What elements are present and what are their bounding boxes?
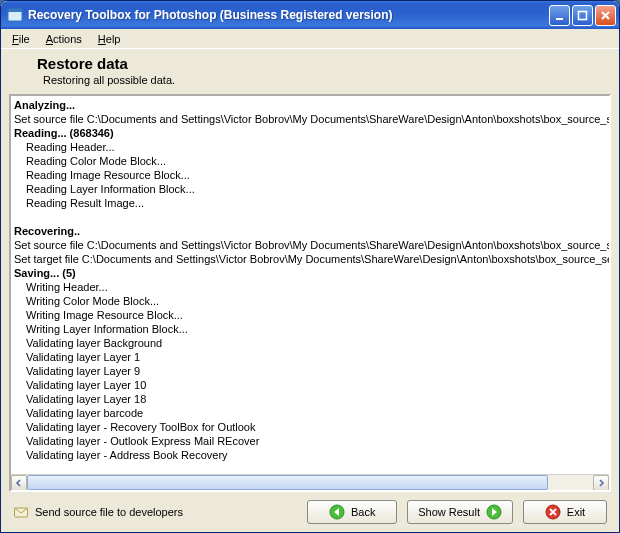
log-section-header: Reading... (868346) [14,126,606,140]
exit-label: Exit [567,506,585,518]
svg-rect-1 [8,9,22,12]
app-icon [7,7,23,23]
scroll-thumb[interactable] [27,475,548,490]
send-to-devs-label: Send source file to developers [35,506,183,518]
log-line: Validating layer - Recovery ToolBox for … [14,420,606,434]
log-box: Analyzing... Set source file C:\Document… [9,94,611,492]
back-button[interactable]: Back [307,500,397,524]
app-window: Recovery Toolbox for Photoshop (Business… [0,0,620,533]
maximize-button[interactable] [572,5,593,26]
log-line: Validating layer Layer 10 [14,378,606,392]
menubar: File Actions Help [1,29,619,49]
log-line: Writing Layer Information Block... [14,322,606,336]
menu-actions[interactable]: Actions [39,31,89,47]
scroll-track[interactable] [27,475,593,490]
log-line: Set target file C:\Documents and Setting… [14,252,606,266]
svg-rect-3 [579,11,587,19]
window-title: Recovery Toolbox for Photoshop (Business… [28,8,549,22]
log-section-header: Analyzing... [14,98,606,112]
show-result-button[interactable]: Show Result [407,500,513,524]
log-section-header: Saving... (5) [14,266,606,280]
exit-button[interactable]: Exit [523,500,607,524]
page-header: Restore data Restoring all possible data… [1,49,619,94]
arrow-left-icon [329,504,345,520]
footer-bar: Send source file to developers Back Show… [1,492,619,532]
horizontal-scrollbar[interactable] [11,474,609,490]
log-line: Validating layer Background [14,336,606,350]
log-container: Analyzing... Set source file C:\Document… [9,94,611,492]
log-section-header: Recovering.. [14,224,606,238]
arrow-right-icon [486,504,502,520]
log-text[interactable]: Analyzing... Set source file C:\Document… [11,96,609,474]
log-line: Validating layer - Address Book Recovery [14,448,606,462]
log-blank [14,210,606,224]
log-line: Writing Image Resource Block... [14,308,606,322]
log-line: Writing Header... [14,280,606,294]
log-line: Validating layer Layer 1 [14,350,606,364]
log-line: Reading Layer Information Block... [14,182,606,196]
svg-rect-2 [556,18,563,20]
close-icon [545,504,561,520]
send-to-devs-link[interactable]: Send source file to developers [13,504,183,520]
log-line: Reading Image Resource Block... [14,168,606,182]
log-line: Set source file C:\Documents and Setting… [14,238,606,252]
menu-help[interactable]: Help [91,31,128,47]
log-line: Validating layer Layer 18 [14,392,606,406]
log-line: Validating layer barcode [14,406,606,420]
close-button[interactable] [595,5,616,26]
titlebar[interactable]: Recovery Toolbox for Photoshop (Business… [1,1,619,29]
log-line: Writing Color Mode Block... [14,294,606,308]
scroll-right-arrow-icon[interactable] [593,475,609,491]
log-line: Reading Result Image... [14,196,606,210]
minimize-button[interactable] [549,5,570,26]
scroll-left-arrow-icon[interactable] [11,475,27,491]
page-title: Restore data [37,55,609,72]
log-line: Reading Header... [14,140,606,154]
log-line: Validating layer - Outlook Express Mail … [14,434,606,448]
back-label: Back [351,506,375,518]
content-area: Restore data Restoring all possible data… [1,49,619,532]
page-subtitle: Restoring all possible data. [43,74,609,86]
menu-file[interactable]: File [5,31,37,47]
log-line: Set source file C:\Documents and Setting… [14,112,606,126]
window-controls [549,5,616,26]
log-line: Validating layer Layer 9 [14,364,606,378]
envelope-icon [13,504,29,520]
show-result-label: Show Result [418,506,480,518]
log-line: Reading Color Mode Block... [14,154,606,168]
